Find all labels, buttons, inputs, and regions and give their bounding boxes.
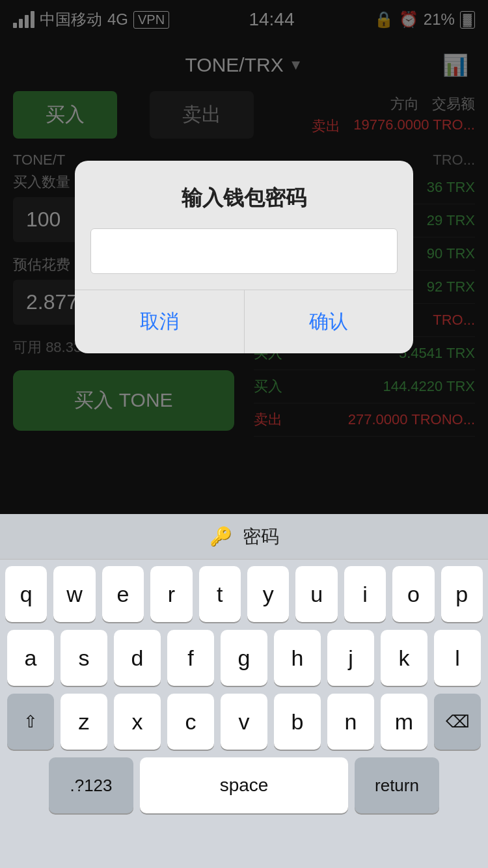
key-c[interactable]: c <box>167 694 214 750</box>
password-modal: 输入钱包密码 取消 确认 <box>75 161 413 353</box>
password-input[interactable] <box>90 228 398 274</box>
space-key[interactable]: space <box>140 757 348 813</box>
num-key[interactable]: .?123 <box>49 757 133 813</box>
key-f[interactable]: f <box>167 630 214 686</box>
bottom-row: .?123 space return <box>0 757 488 813</box>
key-y[interactable]: y <box>247 566 289 622</box>
modal-buttons: 取消 确认 <box>75 290 413 353</box>
key-row-2: a s d f g h j k l <box>5 630 483 686</box>
key-s[interactable]: s <box>61 630 107 686</box>
key-j[interactable]: j <box>327 630 374 686</box>
key-row-3: ⇧ z x c v b n m ⌫ <box>5 694 483 750</box>
key-p[interactable]: p <box>441 566 483 622</box>
key-b[interactable]: b <box>274 694 321 750</box>
key-h[interactable]: h <box>274 630 321 686</box>
modal-title: 输入钱包密码 <box>75 161 413 228</box>
modal-overlay: 输入钱包密码 取消 确认 <box>0 0 488 514</box>
keyboard-password-label: 密码 <box>243 524 279 549</box>
key-o[interactable]: o <box>392 566 434 622</box>
key-t[interactable]: t <box>199 566 241 622</box>
key-k[interactable]: k <box>381 630 427 686</box>
key-q[interactable]: q <box>5 566 47 622</box>
key-r[interactable]: r <box>150 566 192 622</box>
delete-key[interactable]: ⌫ <box>434 694 481 750</box>
key-x[interactable]: x <box>114 694 161 750</box>
key-i[interactable]: i <box>344 566 386 622</box>
cancel-button[interactable]: 取消 <box>75 290 245 353</box>
key-n[interactable]: n <box>327 694 374 750</box>
key-e[interactable]: e <box>102 566 144 622</box>
return-key[interactable]: return <box>355 757 439 813</box>
key-d[interactable]: d <box>114 630 161 686</box>
key-row-1: q w e r t y u i o p <box>5 566 483 622</box>
key-m[interactable]: m <box>381 694 427 750</box>
key-u[interactable]: u <box>295 566 337 622</box>
key-l[interactable]: l <box>434 630 481 686</box>
key-icon: 🔑 <box>210 526 232 547</box>
keyboard-rows: q w e r t y u i o p a s d f g h j k l ⇧ … <box>0 560 488 750</box>
modal-input-wrap <box>75 228 413 290</box>
key-v[interactable]: v <box>221 694 267 750</box>
keyboard-password-row: 🔑 密码 <box>0 514 488 560</box>
key-a[interactable]: a <box>7 630 54 686</box>
shift-key[interactable]: ⇧ <box>7 694 54 750</box>
confirm-button[interactable]: 确认 <box>245 290 414 353</box>
key-g[interactable]: g <box>221 630 267 686</box>
key-w[interactable]: w <box>53 566 95 622</box>
key-z[interactable]: z <box>61 694 107 750</box>
keyboard-area: 🔑 密码 q w e r t y u i o p a s d f g h j k… <box>0 514 488 868</box>
